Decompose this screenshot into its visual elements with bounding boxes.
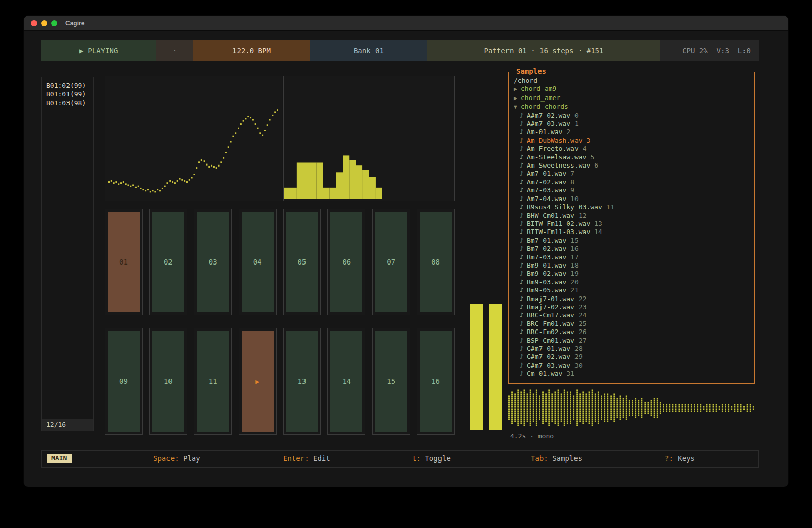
trigger-sidebar: B01:02(99)B01:01(99)B01:03(98) 12/16 [41,77,94,431]
note-icon: ♪ [520,295,527,303]
key-action: Samples [548,454,582,463]
sample-file-row[interactable]: ♪Cm-01.wav31 [514,370,749,378]
zoom-window-button[interactable] [51,20,57,26]
folder-collapsed-icon[interactable]: ▶ [514,94,521,103]
sample-file-name: C#m7-02.wav [527,353,570,360]
sample-file-index: 11 [606,203,615,211]
sample-file-row[interactable]: ♪Bmaj7-01.wav22 [514,295,749,303]
pad-14[interactable]: 14 [327,328,365,435]
play-icon: ▶ [79,47,83,55]
sample-file-index: 13 [594,220,602,227]
pad-surface: 10 [152,331,184,432]
transport-label: PLAYING [88,47,118,55]
note-icon: ♪ [520,245,527,253]
pad-11[interactable]: 11 [194,328,232,435]
sample-file-name: Bm7-02.wav [527,245,566,252]
pad-05[interactable]: 05 [283,209,321,315]
sample-file-row[interactable]: ♪Bm7-02.wav16 [514,245,749,253]
sample-file-row[interactable]: ♪Am7-02.wav8 [514,178,749,186]
pad-15[interactable]: 15 [372,328,410,435]
sample-file-row[interactable]: ♪BITW-Fm11-02.wav13 [514,220,749,228]
key-action: Edit [309,454,330,463]
key-name: Enter: [283,454,309,463]
pad-label: 05 [298,258,307,266]
waveform-display [508,386,756,430]
transport-status[interactable]: ▶PLAYING [41,40,156,61]
sample-file-row[interactable]: ♪BHW-Cm01.wav12 [514,212,749,220]
pad-01[interactable]: 01 [105,209,143,315]
sample-file-row[interactable]: ♪Bm9-01.wav18 [514,261,749,270]
note-icon: ♪ [520,237,527,245]
bpm-display[interactable]: 122.0 BPM [193,40,310,61]
sample-file-row[interactable]: ♪Am-Sweetness.wav6 [514,161,749,170]
folder-expanded-icon[interactable]: ▼ [514,103,521,111]
sample-file-row[interactable]: ♪BSP-Cm01.wav27 [514,337,749,345]
pad-07[interactable]: 07 [372,209,410,315]
waveform-panel [508,386,756,430]
level-meters [466,76,505,430]
sample-file-row[interactable]: ♪Bm7-01.wav15 [514,237,749,245]
sample-file-row[interactable]: ♪C#m7-01.wav28 [514,345,749,353]
sample-file-row[interactable]: ♪Am-Steelsaw.wav5 [514,153,749,161]
pad-09[interactable]: 09 [105,328,143,435]
sample-file-index: 10 [570,195,579,203]
sample-file-name: Cm-01.wav [527,370,562,377]
trend-chart-panel [105,76,282,201]
sample-file-index: 2 [566,128,570,136]
folder-name: chord_am9 [521,85,556,92]
pad-grid: 0102030405060708091011▶13141516 [105,209,455,435]
sample-file-row[interactable]: ♪Bm7-03.wav17 [514,253,749,261]
pad-13[interactable]: 13 [283,328,321,435]
sample-file-row[interactable]: ♪Am-DubWash.wav3 [514,137,749,145]
pad-08[interactable]: 08 [417,209,455,315]
pad-03[interactable]: 03 [194,209,232,315]
pad-12[interactable]: ▶ [239,328,277,435]
folder-row[interactable]: ▼chord_chords [514,103,749,111]
sample-file-name: BITW-Fm11-03.wav [527,228,590,236]
folder-collapsed-icon[interactable]: ▶ [514,85,521,93]
sample-file-row[interactable]: ♪Am7-01.wav7 [514,170,749,178]
note-icon: ♪ [520,112,527,120]
sample-file-row[interactable]: ♪C#m7-03.wav30 [514,361,749,370]
pattern-display[interactable]: Pattern 01 · 16 steps · #151 [427,40,661,61]
sample-file-row[interactable]: ♪Bm9-05.wav21 [514,286,749,294]
minimize-window-button[interactable] [41,20,47,26]
pad-10[interactable]: 10 [149,328,187,435]
sample-file-row[interactable]: ♪Am7-04.wav10 [514,195,749,203]
sample-file-row[interactable]: ♪Am-Freeto.wav4 [514,145,749,153]
pad-02[interactable]: 02 [149,209,187,315]
sample-file-index: 27 [579,337,587,344]
key-action: Keys [673,454,695,463]
sample-file-row[interactable]: ♪Bmaj7-02.wav23 [514,303,749,311]
pad-label: 03 [209,258,217,266]
sample-file-row[interactable]: ♪A#m7-03.wav1 [514,120,749,128]
sample-file-name: BSP-Cm01.wav [527,337,574,344]
note-icon: ♪ [520,128,527,136]
pad-04[interactable]: 04 [239,209,277,315]
sample-file-row[interactable]: ♪B9sus4 Silky 03.wav11 [514,203,749,211]
sample-file-name: A#m7-03.wav [527,120,570,127]
pad-surface: 05 [286,212,318,312]
sample-file-row[interactable]: ♪Bm9-02.wav19 [514,270,749,278]
note-icon: ♪ [520,286,527,294]
sample-file-row[interactable]: ♪Am7-03.wav9 [514,186,749,194]
sample-file-index: 16 [570,245,579,252]
sample-file-row[interactable]: ♪C#m7-02.wav29 [514,353,749,361]
sample-file-row[interactable]: ♪BRC-Fm01.wav25 [514,320,749,328]
sample-file-index: 0 [574,112,579,119]
sample-file-row[interactable]: ♪BRC-Fm02.wav26 [514,328,749,336]
pad-06[interactable]: 06 [327,209,365,315]
sample-file-row[interactable]: ♪A#m7-02.wav0 [514,112,749,120]
sample-file-index: 12 [579,212,587,219]
pad-16[interactable]: 16 [417,328,455,435]
sample-file-row[interactable]: ♪Am-01.wav2 [514,128,749,136]
key-name: t: [412,454,421,463]
pad-label: 15 [387,377,395,385]
bank-display[interactable]: Bank 01 [310,40,427,61]
sample-file-row[interactable]: ♪Bm9-03.wav20 [514,278,749,286]
folder-row[interactable]: ▶chord_am9 [514,85,749,93]
close-window-button[interactable] [31,20,37,26]
sample-file-row[interactable]: ♪BITW-Fm11-03.wav14 [514,228,749,236]
folder-row[interactable]: ▶chord_amer [514,94,749,103]
sample-file-row[interactable]: ♪BRC-Cm17.wav24 [514,311,749,319]
